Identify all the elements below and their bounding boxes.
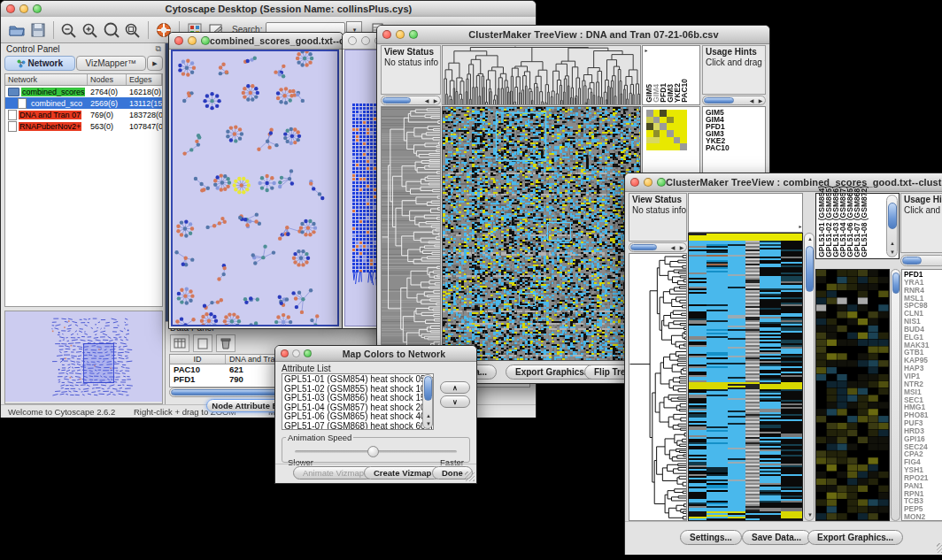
speed-slider-thumb[interactable] xyxy=(367,446,379,457)
map-colors-titlebar[interactable]: Map Colors to Network xyxy=(275,346,476,362)
zoom-matrix-cell[interactable] xyxy=(653,137,660,144)
treeview2-gene-list[interactable]: PFD1YRA1RNR4MSL1SPC98CLN1NIS1BUD4ELG1MAK… xyxy=(901,269,942,521)
treeview2-col-dendrogram[interactable] xyxy=(688,193,803,233)
zoom-matrix-cell[interactable] xyxy=(653,117,660,124)
zoom-matrix-cell[interactable] xyxy=(674,110,681,117)
zoom-matrix-cell[interactable] xyxy=(680,137,687,144)
scroll-down-arrow[interactable]: ▼ xyxy=(424,419,433,428)
save-data-button[interactable]: Save Data... xyxy=(742,530,811,545)
treeview1-right-hscrollbar[interactable]: ◀ ▶ xyxy=(702,96,766,105)
zoom-matrix-cell[interactable] xyxy=(667,117,674,124)
close-button[interactable] xyxy=(6,4,15,13)
zoom-matrix-cell[interactable] xyxy=(653,143,660,150)
zoom-matrix-cell[interactable] xyxy=(660,110,667,117)
close-button[interactable] xyxy=(174,36,183,45)
close-button[interactable] xyxy=(630,178,639,187)
zoom-button[interactable] xyxy=(409,30,418,39)
delete-attribute-icon[interactable] xyxy=(216,334,236,352)
select-attributes-icon[interactable] xyxy=(170,334,189,352)
zoom-matrix-cell[interactable] xyxy=(660,123,667,130)
zoom-matrix-cell[interactable] xyxy=(667,123,674,130)
treeview1-global-heatmap[interactable] xyxy=(442,106,641,361)
col-edges[interactable]: Edges xyxy=(127,74,162,85)
zoom-matrix-cell[interactable] xyxy=(667,143,674,150)
network-row-3[interactable]: RNAPuberNov2+ 563(0) 107847(0) xyxy=(5,120,162,132)
scroll-left-arrow[interactable]: ◀ xyxy=(422,96,431,105)
network-row-0[interactable]: combined_scores 2764(0) 16218(0) xyxy=(5,86,162,97)
resize-grip[interactable] xyxy=(937,543,942,553)
settings-button[interactable]: Settings... xyxy=(680,530,742,545)
treeview2-detail-heatmap[interactable] xyxy=(815,269,890,521)
zoom-matrix-cell[interactable] xyxy=(680,110,687,117)
zoom-out-icon[interactable] xyxy=(58,19,80,41)
treeview2-global-vscrollbar[interactable]: ▲ ▼ xyxy=(804,233,815,521)
col-id[interactable]: ID xyxy=(170,355,226,364)
resize-grip[interactable] xyxy=(465,472,475,481)
treeview2-global-heatmap[interactable] xyxy=(688,233,803,521)
scroll-right-arrow[interactable]: ▶ xyxy=(677,243,686,252)
zoom-matrix-cell[interactable] xyxy=(674,117,681,124)
export-graphics-button[interactable]: Export Graphics... xyxy=(807,530,903,545)
zoom-matrix-cell[interactable] xyxy=(660,143,667,150)
open-file-icon[interactable] xyxy=(6,19,27,41)
move-down-button[interactable]: ∨ xyxy=(440,395,470,408)
scroll-right-arrow[interactable]: ▸ xyxy=(796,222,805,231)
zoom-matrix-cell[interactable] xyxy=(653,123,660,130)
zoom-matrix-cell[interactable] xyxy=(646,143,653,150)
new-attribute-icon[interactable] xyxy=(193,334,212,352)
zoom-matrix-cell[interactable] xyxy=(674,123,681,130)
scroll-up-arrow[interactable]: ▲ xyxy=(806,234,815,243)
zoom-matrix[interactable] xyxy=(646,110,687,150)
treeview2-labels-vscrollbar[interactable]: ▲ ▼ xyxy=(886,195,898,257)
zoom-matrix-cell[interactable] xyxy=(653,130,660,137)
close-button[interactable] xyxy=(281,349,289,357)
treeview2-right-hscrollbar[interactable] xyxy=(900,255,942,266)
treeview1-row-dendrogram[interactable] xyxy=(381,106,441,361)
scroll-thumb[interactable] xyxy=(424,376,432,401)
zoom-matrix-cell[interactable] xyxy=(680,123,687,130)
attribute-item[interactable]: GPL51-07 (GSM868) heat shock 60 min xyxy=(284,422,431,430)
zoom-matrix-cell[interactable] xyxy=(674,137,681,144)
network-table-header[interactable]: Network Nodes Edges xyxy=(5,74,162,86)
create-vizmap-button[interactable]: Create Vizmap xyxy=(364,466,441,479)
zoom-matrix-cell[interactable] xyxy=(667,137,674,144)
move-up-button[interactable]: ∧ xyxy=(440,381,470,394)
zoom-matrix-cell[interactable] xyxy=(674,143,681,150)
attribute-list[interactable]: GPL51-01 (GSM854) heat shock 05 minGPL51… xyxy=(282,373,434,430)
minimize-button[interactable] xyxy=(361,36,370,45)
close-button[interactable] xyxy=(382,30,391,39)
tab-vizmapper[interactable]: VizMapper™ xyxy=(76,56,147,71)
col-network[interactable]: Network xyxy=(5,74,88,85)
zoom-fit-icon[interactable] xyxy=(122,19,143,41)
zoom-matrix-cell[interactable] xyxy=(660,137,667,144)
float-panel-icon[interactable]: ⧉ xyxy=(156,44,161,54)
zoom-button[interactable] xyxy=(33,4,42,13)
minimize-button[interactable] xyxy=(644,178,652,187)
scroll-right-arrow[interactable]: ▶ xyxy=(756,96,765,105)
close-button[interactable] xyxy=(348,36,357,45)
tab-network[interactable]: Network xyxy=(4,56,75,71)
scroll-thumb[interactable] xyxy=(806,246,814,292)
treeview1-titlebar[interactable]: ClusterMaker TreeView : DNA and Tran 07-… xyxy=(377,26,769,44)
zoom-button[interactable] xyxy=(201,36,210,45)
network-view-titlebar[interactable]: combined_scores_good.txt--cluste... xyxy=(169,33,343,50)
minimize-button[interactable] xyxy=(396,30,405,39)
zoom-in-icon[interactable] xyxy=(80,19,101,41)
save-session-icon[interactable] xyxy=(27,19,49,41)
treeview2-row-dendrogram[interactable] xyxy=(629,253,687,521)
zoom-matrix-cell[interactable] xyxy=(646,137,653,144)
zoom-matrix-cell[interactable] xyxy=(653,110,660,117)
treeview2-left-hscrollbar[interactable]: ◀ ▶ xyxy=(629,242,687,252)
scroll-thumb[interactable] xyxy=(382,97,411,104)
zoom-matrix-cell[interactable] xyxy=(680,117,687,124)
animate-vizmap-button[interactable]: Animate Vizmap xyxy=(293,466,374,479)
gene-label[interactable]: MON2 xyxy=(904,513,942,521)
birdseye-view[interactable] xyxy=(4,311,163,404)
main-titlebar[interactable]: Cytoscape Desktop (Session Name: collins… xyxy=(1,1,536,18)
zoom-button[interactable] xyxy=(657,178,666,187)
scroll-thumb[interactable] xyxy=(902,257,922,265)
treeview1-col-dendrogram[interactable] xyxy=(442,45,641,105)
zoom-matrix-cell[interactable] xyxy=(674,130,681,137)
birdseye-canvas[interactable] xyxy=(5,311,163,402)
zoom-matrix-cell[interactable] xyxy=(660,130,667,137)
